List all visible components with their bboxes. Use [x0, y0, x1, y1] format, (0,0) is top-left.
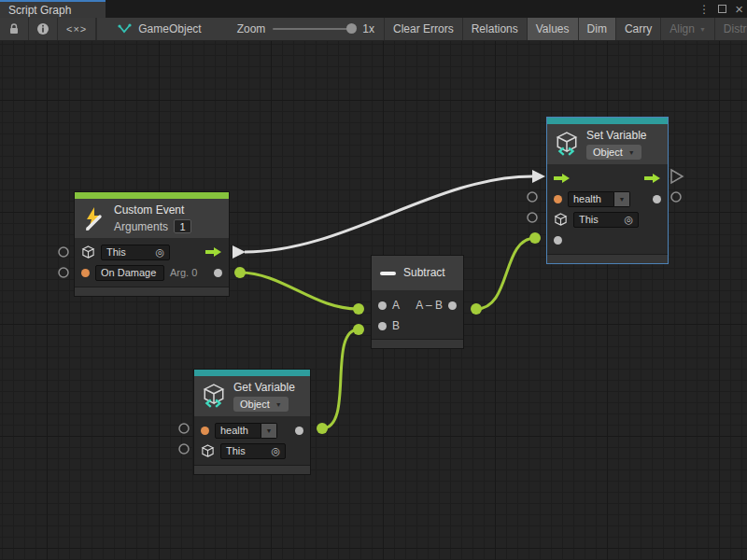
port-control-unconnected[interactable]: [671, 170, 683, 183]
wire-control-event-to-set: [245, 176, 532, 252]
node-get-variable[interactable]: Get Variable Object ▼ health ▼: [193, 369, 311, 475]
control-out-port[interactable]: [205, 246, 222, 258]
maximize-icon[interactable]: [718, 5, 726, 13]
code-view-button[interactable]: <×>: [58, 18, 96, 40]
wire-endpoint: [234, 267, 246, 278]
chevron-down-icon: ▼: [261, 423, 277, 439]
node-header[interactable]: Get Variable Object ▼: [194, 376, 310, 416]
node-set-variable[interactable]: Set Variable Object ▼: [546, 117, 669, 264]
port-row-b: B: [372, 315, 463, 336]
port-unconnected[interactable]: [671, 192, 681, 202]
control-in-port[interactable]: [554, 173, 571, 184]
align-button[interactable]: Align ▼: [661, 18, 715, 40]
distribute-button[interactable]: Distribute ▼: [715, 18, 747, 40]
object-picker-icon[interactable]: ◎: [624, 215, 633, 225]
value-out-port[interactable]: [295, 427, 303, 435]
port-unconnected[interactable]: [528, 192, 537, 202]
port-unconnected[interactable]: [179, 444, 189, 454]
node-footer: [194, 465, 310, 474]
zoom-label: Zoom: [237, 22, 266, 35]
arg0-out-port[interactable]: [214, 269, 222, 277]
value-port-orange[interactable]: [201, 427, 209, 435]
dim-button[interactable]: Dim: [579, 18, 616, 40]
node-subtract[interactable]: Subtract A A – B B: [371, 255, 464, 349]
node-body: health ▼ This ◎: [547, 164, 668, 254]
variable-name-dropdown[interactable]: health ▼: [568, 191, 630, 207]
align-label: Align: [669, 22, 695, 35]
port-row-object: This ◎: [547, 209, 668, 230]
graph-owner[interactable]: GameObject: [96, 18, 210, 40]
node-header[interactable]: Set Variable Object ▼: [547, 124, 668, 164]
values-button[interactable]: Values: [528, 18, 579, 40]
target-value: This: [226, 445, 246, 456]
zoom-slider[interactable]: [273, 28, 355, 30]
script-graph-window: Script Graph ⋮ × <×>: [0, 0, 747, 560]
target-field[interactable]: This ◎: [573, 212, 639, 228]
info-icon: [36, 22, 49, 35]
zoom-slider-handle[interactable]: [346, 23, 357, 34]
object-picker-icon[interactable]: ◎: [155, 247, 164, 258]
target-field[interactable]: This ◎: [220, 443, 286, 459]
subtract-icon: [380, 272, 396, 275]
close-icon[interactable]: ×: [735, 2, 743, 16]
value-port-orange[interactable]: [81, 269, 90, 277]
variable-kind-value: Object: [593, 147, 623, 158]
variable-kind-dropdown[interactable]: Object ▼: [586, 145, 641, 160]
variable-kind-dropdown[interactable]: Object ▼: [233, 397, 289, 412]
target-field[interactable]: This ◎: [101, 245, 170, 260]
value-port-orange[interactable]: [554, 195, 562, 203]
target-value: This: [106, 246, 126, 258]
port-row-input-value: [547, 230, 668, 250]
lock-button[interactable]: [0, 18, 29, 40]
port-row-name: health ▼: [194, 420, 310, 441]
wire-endpoint: [471, 303, 482, 315]
node-header[interactable]: Subtract: [372, 256, 463, 290]
tab-script-graph[interactable]: Script Graph: [0, 0, 106, 18]
node-title: Subtract: [403, 266, 445, 280]
wire-arrow-dest: [532, 170, 545, 183]
value-in-port[interactable]: [554, 236, 562, 245]
cube-icon: [554, 213, 568, 227]
graph-canvas[interactable]: Custom Event Arguments 1 This ◎: [0, 41, 747, 560]
variable-name-value: health: [215, 423, 261, 439]
port-unconnected[interactable]: [59, 247, 68, 257]
variable-icon: [555, 132, 579, 157]
node-header[interactable]: Custom Event Arguments 1: [75, 199, 229, 238]
object-picker-icon[interactable]: ◎: [271, 446, 280, 456]
menu-icon[interactable]: ⋮: [698, 4, 710, 15]
node-custom-event[interactable]: Custom Event Arguments 1 This ◎: [74, 191, 230, 297]
chevron-down-icon: ▼: [275, 401, 282, 408]
arguments-count-field[interactable]: 1: [174, 219, 191, 233]
distribute-label: Distribute: [724, 22, 747, 35]
carry-button[interactable]: Carry: [616, 18, 661, 40]
clear-errors-button[interactable]: Clear Errors: [384, 18, 463, 40]
port-row-object: This ◎: [194, 441, 310, 461]
variable-name-value: health: [568, 191, 614, 207]
relations-label: Relations: [472, 22, 518, 35]
dim-label: Dim: [587, 22, 607, 35]
wire-value-arg0-to-subtract-a: [240, 273, 358, 309]
custom-event-icon: [82, 206, 106, 231]
event-name-value: On Damage: [101, 267, 156, 278]
value-out-port[interactable]: [448, 301, 457, 310]
window-controls: ⋮ ×: [698, 0, 743, 18]
value-in-port-b[interactable]: [378, 322, 387, 330]
lock-icon: [7, 22, 21, 35]
relations-button[interactable]: Relations: [463, 18, 528, 40]
tab-title: Script Graph: [8, 4, 71, 17]
value-in-port-a[interactable]: [378, 301, 387, 310]
port-unconnected[interactable]: [528, 213, 537, 222]
chevron-down-icon: ▼: [699, 26, 706, 33]
zoom-value: 1x: [362, 22, 374, 35]
port-unconnected[interactable]: [59, 268, 68, 277]
port-unconnected[interactable]: [179, 424, 189, 433]
node-footer: [547, 254, 668, 263]
clear-errors-label: Clear Errors: [393, 22, 454, 35]
variable-name-dropdown[interactable]: health ▼: [215, 423, 277, 439]
node-body: This ◎ On Damage Arg. 0: [75, 238, 229, 287]
info-button[interactable]: [29, 18, 58, 40]
node-accent-bar: [194, 370, 310, 376]
control-out-port[interactable]: [644, 173, 661, 184]
event-name-field[interactable]: On Damage: [95, 265, 164, 281]
value-out-port[interactable]: [653, 195, 661, 203]
